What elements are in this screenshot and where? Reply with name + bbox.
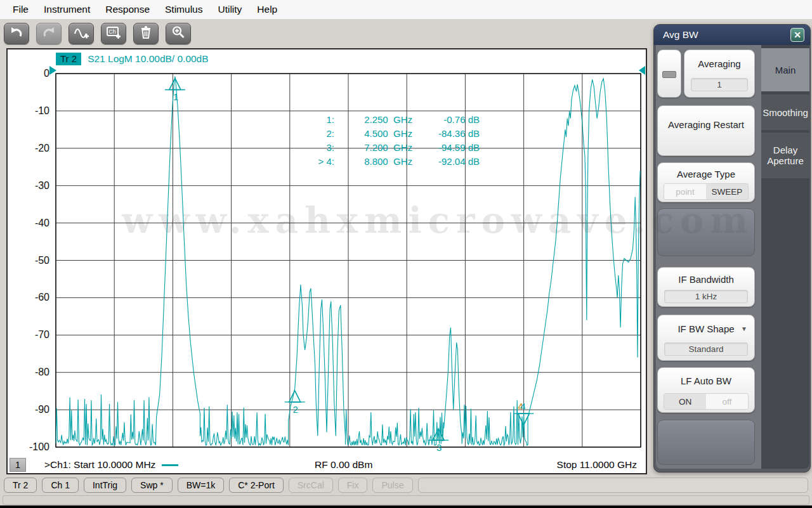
averaging-value[interactable]: 1 [691, 78, 748, 91]
add-trace-button[interactable] [69, 23, 94, 44]
averaging-label: Averaging [684, 50, 754, 70]
undo-button[interactable] [4, 23, 29, 44]
add-trace-icon [73, 25, 89, 42]
averaging-indicator [662, 71, 676, 78]
trash-icon [138, 25, 154, 42]
y-axis-tick-label: -80 [16, 367, 49, 378]
lf-auto-bw-toggle[interactable]: ON off [664, 393, 749, 410]
redo-button[interactable] [36, 23, 62, 44]
bottom-tab-c-2-port[interactable]: C* 2-Port [229, 478, 284, 493]
tab-main[interactable]: Main [761, 48, 809, 91]
marker-table-row: > 4:8.800 GHz-92.04 dB [261, 155, 480, 169]
y-axis-tick-label: -10 [16, 105, 49, 117]
rf-power-readout: RF 0.00 dBm [315, 459, 372, 471]
stop-frequency-readout: Stop 11.0000 GHz [557, 459, 637, 471]
bottom-tab-empty [418, 478, 809, 493]
y-axis-tick-label: -40 [16, 218, 49, 229]
zoom-icon [171, 25, 186, 42]
bottom-status-bar: Tr 2Ch 1IntTrigSwp *BW=1kC* 2-PortSrcCal… [0, 474, 812, 508]
bottom-tab-swp-[interactable]: Swp * [131, 478, 173, 493]
y-axis-tick-label: -100 [16, 441, 49, 453]
channel-number-badge[interactable]: 1 [10, 458, 26, 472]
trace-badge[interactable]: Tr 2 [56, 53, 81, 65]
if-bw-shape-value[interactable]: Standard [664, 342, 748, 356]
marker-table-row: 1:2.250 GHz-0.76 dB [261, 113, 480, 127]
average-type-toggle[interactable]: point SWEEP [664, 183, 749, 200]
empty-button-1 [657, 209, 755, 256]
average-type-label: Average Type [658, 163, 754, 180]
panel-tab-column: Main Smoothing Delay Aperture [761, 45, 809, 469]
if-bandwidth-value[interactable]: 1 kHz [664, 290, 748, 303]
marker-flag-2: 2 [285, 391, 305, 415]
panel-controls: Averaging 1 Averaging Restart Average Ty… [656, 45, 761, 469]
add-channel-button[interactable]: Ch [101, 23, 126, 44]
avg-bw-panel: Avg BW ✕ Averaging 1 Averaging Restart A… [653, 24, 811, 472]
menu-utility[interactable]: Utility [210, 1, 249, 18]
averaging-restart-button[interactable]: Averaging Restart [657, 105, 755, 156]
svg-text:3: 3 [436, 442, 442, 453]
y-axis-tick-label: -50 [16, 255, 49, 266]
svg-text:4: 4 [520, 401, 525, 412]
menu-bar: File Instrument Response Stimulus Utilit… [0, 0, 812, 19]
marker-table-row: 2:4.500 GHz-84.36 dB [261, 127, 480, 141]
y-axis-tick-label: -60 [16, 292, 49, 303]
bottom-tab-fix[interactable]: Fix [338, 478, 368, 493]
menu-help[interactable]: Help [249, 1, 285, 18]
lf-auto-bw-off-option[interactable]: off [706, 394, 748, 409]
dropdown-arrow-icon: ▼ [741, 325, 747, 332]
svg-text:2: 2 [293, 404, 298, 415]
delete-button[interactable] [133, 23, 159, 44]
average-type-button[interactable]: Average Type point SWEEP [657, 162, 755, 202]
if-bw-shape-button[interactable]: IF BW Shape ▼ Standard [657, 315, 755, 361]
marker-flag-1: 1 [165, 78, 185, 102]
add-channel-icon: Ch [105, 25, 122, 42]
tab-smoothing[interactable]: Smoothing [761, 94, 809, 130]
zoom-button[interactable] [166, 23, 191, 44]
y-axis-tick-label: -30 [16, 180, 49, 192]
if-bw-shape-label: IF BW Shape [658, 315, 754, 335]
menu-instrument[interactable]: Instrument [36, 1, 98, 18]
bottom-tab-tr-2[interactable]: Tr 2 [4, 478, 37, 493]
measurement-window: Tr 2 S21 LogM 10.00dB/ 0.00dB 12344 0-10… [6, 48, 647, 474]
lf-auto-bw-label: LF Auto BW [658, 368, 754, 387]
lf-auto-bw-button[interactable]: LF Auto BW ON off [657, 367, 755, 413]
svg-text:1: 1 [173, 91, 178, 102]
menu-file[interactable]: File [5, 1, 36, 18]
averaging-restart-label: Averaging Restart [658, 106, 754, 131]
bottom-empty-strip [3, 495, 809, 505]
bottom-tab-bw-1k[interactable]: BW=1k [178, 478, 225, 493]
bottom-tab-pulse[interactable]: Pulse [372, 478, 412, 493]
y-axis-tick-label: 0 [16, 68, 49, 79]
y-axis-tick-label: -70 [16, 329, 49, 341]
start-frequency-readout: >Ch1: Start 10.0000 MHz [44, 459, 178, 471]
panel-body: Averaging 1 Averaging Restart Average Ty… [656, 45, 809, 469]
bottom-edge [0, 505, 812, 508]
if-bandwidth-button[interactable]: IF Bandwidth 1 kHz [657, 267, 755, 307]
y-axis-tick-label: -90 [16, 404, 49, 415]
trace-format-label: S21 LogM 10.00dB/ 0.00dB [88, 53, 208, 65]
empty-button-2 [657, 420, 755, 465]
trace-color-dash [162, 464, 178, 466]
averaging-button[interactable]: Averaging 1 [684, 49, 755, 98]
bottom-tab-srccal[interactable]: SrcCal [289, 478, 333, 493]
bottom-tab-ch-1[interactable]: Ch 1 [42, 478, 79, 493]
marker-readout-table: 1:2.250 GHz-0.76 dB2:4.500 GHz-84.36 dB3… [261, 113, 480, 169]
svg-text:Ch: Ch [108, 29, 116, 35]
average-type-point-option[interactable]: point [664, 184, 706, 199]
menu-response[interactable]: Response [98, 1, 157, 18]
undo-icon [8, 25, 25, 42]
marker-table-row: 3:7.200 GHz-94.59 dB [261, 141, 480, 155]
averaging-toggle-button[interactable] [657, 49, 681, 98]
average-type-sweep-option[interactable]: SWEEP [706, 184, 748, 199]
y-axis-tick-label: -20 [16, 143, 49, 154]
lf-auto-bw-on-option[interactable]: ON [664, 394, 706, 409]
redo-icon [41, 25, 57, 42]
trace-header: Tr 2 S21 LogM 10.00dB/ 0.00dB [56, 53, 209, 65]
chart-status-row: 1 >Ch1: Start 10.0000 MHz RF 0.00 dBm St… [8, 458, 646, 473]
menu-stimulus[interactable]: Stimulus [157, 1, 210, 18]
if-bandwidth-label: IF Bandwidth [658, 268, 754, 285]
tab-delay-aperture[interactable]: Delay Aperture [761, 133, 809, 178]
bottom-tabs: Tr 2Ch 1IntTrigSwp *BW=1kC* 2-PortSrcCal… [4, 478, 808, 493]
bottom-tab-inttrig[interactable]: IntTrig [84, 478, 126, 493]
panel-close-button[interactable]: ✕ [790, 28, 804, 42]
